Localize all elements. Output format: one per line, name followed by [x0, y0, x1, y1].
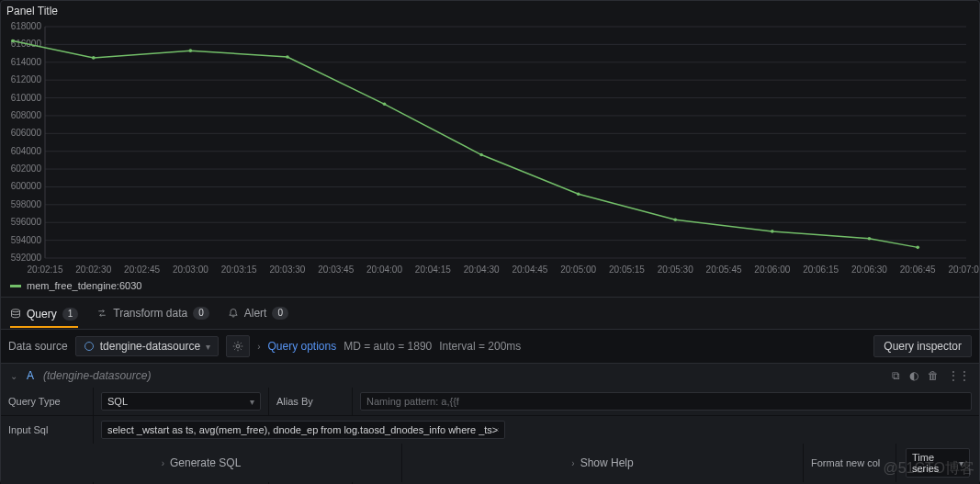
- svg-point-62: [236, 344, 240, 348]
- chevron-right-icon: ›: [571, 458, 574, 468]
- format-label: Format new col: [804, 444, 896, 482]
- svg-text:598000: 598000: [11, 199, 42, 209]
- tab-alert-badge: 0: [272, 307, 288, 320]
- query-datasource-hint: (tdengine-datasource): [43, 369, 151, 382]
- drag-handle-icon[interactable]: ⋮⋮: [948, 369, 970, 382]
- svg-point-49: [11, 39, 15, 43]
- tab-transform-label: Transform data: [113, 307, 187, 320]
- chevron-down-icon: ▾: [206, 342, 210, 352]
- bell-icon: [228, 308, 239, 319]
- svg-text:618000: 618000: [11, 21, 42, 31]
- svg-text:20:04:30: 20:04:30: [464, 265, 500, 275]
- svg-point-60: [12, 310, 20, 312]
- query-inspector-button[interactable]: Query inspector: [873, 335, 972, 357]
- svg-point-56: [673, 219, 677, 222]
- legend-swatch: [10, 285, 21, 287]
- panel-title: Panel Title: [1, 1, 979, 21]
- chevron-down-icon: ⌄: [10, 371, 17, 381]
- svg-text:20:06:15: 20:06:15: [803, 265, 839, 275]
- alias-by-label: Alias By: [269, 388, 352, 415]
- input-sql-label: Input Sql: [1, 416, 93, 444]
- duplicate-query-icon[interactable]: ⧉: [892, 369, 900, 382]
- query-form: Query Type SQL▾ Alias By Input Sql: [1, 388, 979, 444]
- svg-text:610000: 610000: [11, 93, 42, 103]
- svg-point-53: [383, 103, 387, 107]
- svg-text:20:04:15: 20:04:15: [415, 265, 451, 275]
- database-icon: [10, 309, 21, 320]
- legend-label: mem_free_tdengine:6030: [27, 280, 141, 291]
- svg-text:20:03:00: 20:03:00: [173, 265, 208, 275]
- chevron-right-icon: ›: [162, 458, 164, 468]
- input-sql-input[interactable]: [101, 421, 505, 439]
- delete-query-icon[interactable]: 🗑: [928, 369, 939, 382]
- svg-point-54: [479, 153, 483, 157]
- generate-sql-button[interactable]: › Generate SQL: [1, 444, 401, 482]
- svg-text:596000: 596000: [11, 217, 42, 227]
- query-row-header[interactable]: ⌄ A (tdengine-datasource) ⧉ ◐ 🗑 ⋮⋮: [1, 363, 979, 388]
- toggle-query-icon[interactable]: ◐: [909, 369, 918, 382]
- tab-alert-label: Alert: [244, 307, 267, 320]
- query-interval-info: Interval = 200ms: [439, 340, 521, 353]
- svg-text:600000: 600000: [11, 181, 42, 191]
- datasource-settings-button[interactable]: [226, 335, 250, 357]
- tab-bar: Query 1 Transform data 0 Alert 0: [1, 297, 979, 330]
- tab-query-label: Query: [27, 308, 57, 321]
- svg-text:614000: 614000: [11, 57, 42, 67]
- svg-text:20:07:00: 20:07:00: [949, 265, 979, 275]
- svg-text:20:06:45: 20:06:45: [900, 265, 936, 275]
- svg-text:20:04:45: 20:04:45: [512, 265, 547, 275]
- svg-point-59: [916, 246, 919, 250]
- svg-text:20:03:45: 20:03:45: [318, 265, 354, 275]
- query-md-info: MD = auto = 1890: [344, 340, 432, 353]
- show-help-button[interactable]: › Show Help: [402, 444, 803, 482]
- svg-text:594000: 594000: [11, 235, 42, 245]
- svg-text:20:03:15: 20:03:15: [221, 265, 257, 275]
- svg-text:592000: 592000: [11, 253, 42, 263]
- svg-text:20:05:15: 20:05:15: [609, 265, 645, 275]
- chevron-right-icon: ›: [257, 342, 260, 352]
- gear-icon: [232, 341, 243, 352]
- svg-point-50: [92, 56, 96, 60]
- alias-by-input[interactable]: [360, 392, 972, 411]
- svg-point-52: [286, 55, 289, 59]
- svg-text:20:02:30: 20:02:30: [75, 265, 111, 275]
- svg-text:608000: 608000: [11, 110, 42, 120]
- query-type-select[interactable]: SQL▾: [101, 392, 261, 411]
- datasource-row: Data source tdengine-datasource ▾ › Quer…: [1, 330, 979, 363]
- chart-legend: mem_free_tdengine:6030: [1, 278, 979, 293]
- svg-text:612000: 612000: [11, 74, 42, 84]
- svg-text:604000: 604000: [11, 146, 42, 156]
- query-type-label: Query Type: [1, 388, 93, 415]
- svg-text:602000: 602000: [11, 163, 42, 174]
- svg-text:20:05:00: 20:05:00: [560, 265, 596, 275]
- tab-alert[interactable]: Alert 0: [228, 303, 288, 323]
- datasource-label: Data source: [8, 340, 68, 353]
- svg-text:20:05:45: 20:05:45: [706, 265, 742, 275]
- svg-point-51: [189, 49, 193, 52]
- tab-query[interactable]: Query 1: [10, 304, 78, 328]
- tab-transform[interactable]: Transform data 0: [96, 303, 208, 323]
- svg-text:20:02:45: 20:02:45: [124, 265, 160, 275]
- svg-text:20:06:30: 20:06:30: [851, 265, 887, 275]
- svg-text:20:03:30: 20:03:30: [269, 265, 305, 275]
- svg-point-55: [577, 192, 580, 196]
- format-select[interactable]: Time series▾: [906, 448, 970, 478]
- chart-area: 5920005940005960005980006000006020006040…: [1, 21, 979, 297]
- datasource-select[interactable]: tdengine-datasource ▾: [75, 336, 219, 356]
- plugin-icon: [84, 341, 95, 352]
- svg-text:20:04:00: 20:04:00: [366, 265, 402, 275]
- tab-transform-badge: 0: [193, 307, 209, 320]
- tab-query-badge: 1: [62, 308, 79, 321]
- svg-text:606000: 606000: [11, 128, 42, 138]
- query-name: A: [27, 369, 34, 382]
- line-chart: 5920005940005960005980006000006020006040…: [1, 21, 979, 278]
- svg-text:20:02:15: 20:02:15: [28, 265, 63, 275]
- datasource-value: tdengine-datasource: [100, 340, 200, 353]
- svg-text:20:05:30: 20:05:30: [658, 265, 693, 275]
- query-aux-row: › Generate SQL › Show Help Format new co…: [1, 444, 979, 482]
- svg-point-58: [868, 237, 872, 241]
- query-options-link[interactable]: Query options: [267, 340, 336, 353]
- transform-icon: [96, 308, 107, 319]
- svg-point-57: [771, 230, 774, 233]
- svg-point-61: [84, 343, 93, 351]
